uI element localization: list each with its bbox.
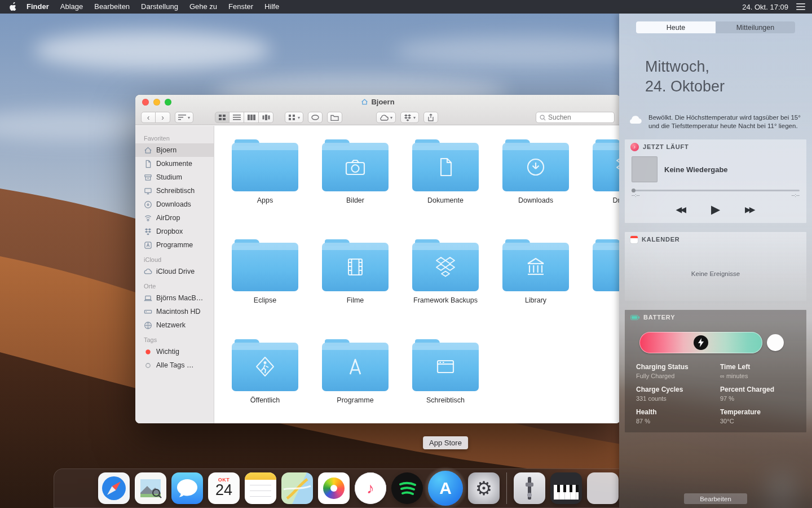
- folder-programme[interactable]: Programme: [313, 343, 398, 404]
- battery-header-label: BATTERY: [643, 314, 675, 321]
- tag-button[interactable]: [308, 112, 323, 123]
- dock-notes-icon[interactable]: [245, 472, 276, 504]
- sidebar-item-netzwerk[interactable]: Netzwerk: [135, 318, 214, 332]
- battery-widget: BATTERY Charging Status Fully Charged Ti…: [625, 310, 806, 432]
- sidebar-item-label: Studium: [156, 173, 182, 181]
- sidebar-item-downloads[interactable]: Downloads: [135, 198, 214, 211]
- group-by-button[interactable]: ▾: [175, 112, 193, 123]
- apple-logo-icon[interactable]: [9, 2, 16, 11]
- itunes-icon: ♪: [630, 143, 639, 151]
- search-field[interactable]: [536, 112, 615, 123]
- sidebar-item-tag-alle[interactable]: Alle Tags …: [135, 358, 214, 372]
- folder-eclipse[interactable]: Eclipse: [223, 243, 307, 304]
- tab-heute[interactable]: Heute: [636, 21, 716, 33]
- folder-library[interactable]: Library: [493, 243, 578, 304]
- sidebar-header-orte: Orte: [135, 278, 214, 291]
- sidebar-item-label: Alle Tags …: [156, 361, 193, 369]
- dock-maps-icon[interactable]: [281, 472, 313, 504]
- dock-audio-utility-icon[interactable]: [514, 472, 545, 504]
- menu-item-gehe-zu[interactable]: Gehe zu: [184, 0, 223, 14]
- folder-partial[interactable]: [584, 243, 620, 296]
- menu-item-darstellung[interactable]: Darstellung: [135, 0, 184, 14]
- edit-button[interactable]: Bearbeiten: [684, 493, 747, 504]
- dock-spotify-icon[interactable]: [391, 472, 423, 504]
- date-heading: Mittwoch, 24. Oktober: [645, 57, 812, 97]
- folder-filme[interactable]: Filme: [313, 243, 398, 304]
- folder-downloads[interactable]: Downloads: [493, 143, 578, 204]
- folder-apps[interactable]: Apps: [223, 143, 307, 204]
- finder-sidebar: Favoriten Bjoern Dokumente Studium Schre…: [135, 126, 214, 423]
- playback-progress-slider[interactable]: [632, 190, 800, 191]
- notes-header-stripe: [245, 472, 276, 480]
- tab-mitteilungen[interactable]: Mitteilungen: [716, 21, 795, 33]
- dock-preview-icon[interactable]: [135, 472, 166, 504]
- menu-item-hilfe[interactable]: Hilfe: [259, 0, 285, 14]
- folder-framework-backups[interactable]: Framework Backups: [403, 243, 488, 304]
- sidebar-item-studium[interactable]: Studium: [135, 170, 214, 184]
- notification-center-toggle-icon[interactable]: [796, 3, 805, 10]
- forward-button[interactable]: ›: [156, 112, 170, 123]
- dock-midi-keyboard-icon[interactable]: [550, 472, 582, 504]
- menu-item-finder[interactable]: Finder: [21, 0, 55, 14]
- icon-view-button[interactable]: [215, 112, 230, 123]
- menu-item-bearbeiten[interactable]: Bearbeiten: [89, 0, 135, 14]
- sidebar-item-dokumente[interactable]: Dokumente: [135, 157, 214, 170]
- dock-calendar-icon[interactable]: OKT 24: [208, 472, 240, 504]
- menu-item-ablage[interactable]: Ablage: [55, 0, 89, 14]
- folder-dropbox[interactable]: Dropbox: [584, 143, 620, 204]
- dock-safari-icon[interactable]: [98, 472, 130, 504]
- notification-center-tabs: Heute Mitteilungen: [636, 21, 795, 33]
- list-view-button[interactable]: [230, 112, 244, 123]
- finder-titlebar[interactable]: Bjoern ‹ › ▾ ▾: [135, 95, 620, 125]
- share-button[interactable]: [423, 112, 438, 123]
- calendar-header: KALENDER: [625, 232, 806, 247]
- folder-label: Framework Backups: [403, 296, 488, 304]
- fast-forward-button[interactable]: ▶▶: [745, 205, 756, 214]
- rewind-button[interactable]: ◀◀: [676, 205, 686, 214]
- menu-bar: Finder Ablage Bearbeiten Darstellung Geh…: [0, 0, 812, 14]
- sidebar-item-airdrop[interactable]: AirDrop: [135, 211, 214, 225]
- folder-label: Dokumente: [403, 196, 488, 204]
- sidebar-item-tag-wichtig[interactable]: Wichtig: [135, 345, 214, 358]
- dropbox-status-button[interactable]: ▾: [400, 112, 419, 123]
- weather-text: Bewölkt. Die Höchsttemperatur wird tagsü…: [648, 113, 801, 130]
- folder-dokumente[interactable]: Dokumente: [403, 143, 488, 204]
- new-folder-button[interactable]: [327, 112, 342, 123]
- column-view-button[interactable]: [244, 112, 259, 123]
- archive-box-icon: [144, 173, 152, 182]
- dock-itunes-icon[interactable]: ♪: [355, 472, 386, 504]
- dock-messages-icon[interactable]: [171, 472, 203, 504]
- calendar-day-label: 24: [215, 483, 232, 498]
- sidebar-item-macbook[interactable]: Björns MacB…: [135, 291, 214, 305]
- search-input[interactable]: [548, 113, 604, 121]
- folder-schreibtisch[interactable]: Schreibtisch: [403, 343, 488, 404]
- calendar-icon: [630, 236, 638, 243]
- sidebar-item-dropbox[interactable]: Dropbox: [135, 225, 214, 238]
- folder-oeffentlich[interactable]: Öffentlich: [223, 343, 307, 404]
- sidebar-header-favorites: Favoriten: [135, 130, 214, 143]
- dock-photos-icon[interactable]: [318, 472, 350, 504]
- sidebar-item-label: Bjoern: [156, 146, 176, 154]
- sidebar-item-schreibtisch[interactable]: Schreibtisch: [135, 184, 214, 198]
- menu-item-fenster[interactable]: Fenster: [223, 0, 259, 14]
- airdrop-icon: [144, 214, 152, 222]
- coverflow-view-button[interactable]: [259, 112, 273, 123]
- sidebar-item-programme[interactable]: Programme: [135, 238, 214, 252]
- sidebar-item-macintosh-hd[interactable]: Macintosh HD: [135, 305, 214, 318]
- sidebar-item-label: Programme: [156, 241, 193, 249]
- chevron-down-icon: ▾: [413, 115, 416, 120]
- icloud-status-button[interactable]: ▾: [376, 112, 396, 123]
- back-button[interactable]: ‹: [141, 112, 156, 123]
- sidebar-item-bjoern[interactable]: Bjoern: [135, 143, 214, 157]
- play-button[interactable]: ▶: [711, 203, 720, 216]
- folder-bilder[interactable]: Bilder: [313, 143, 398, 204]
- dock-system-preferences-icon[interactable]: ⚙: [468, 472, 500, 504]
- menu-clock[interactable]: 24. Okt. 17:09: [742, 3, 788, 11]
- progress-knob[interactable]: [632, 189, 636, 192]
- arrange-button[interactable]: ▾: [285, 112, 303, 123]
- folder-icon: [322, 143, 389, 191]
- dock-hidden-app-icon[interactable]: [587, 472, 619, 504]
- stat-health: Health 87 %: [636, 408, 717, 424]
- dock-app-store-icon[interactable]: A App Store: [428, 471, 463, 506]
- sidebar-item-icloud-drive[interactable]: iCloud Drive: [135, 265, 214, 278]
